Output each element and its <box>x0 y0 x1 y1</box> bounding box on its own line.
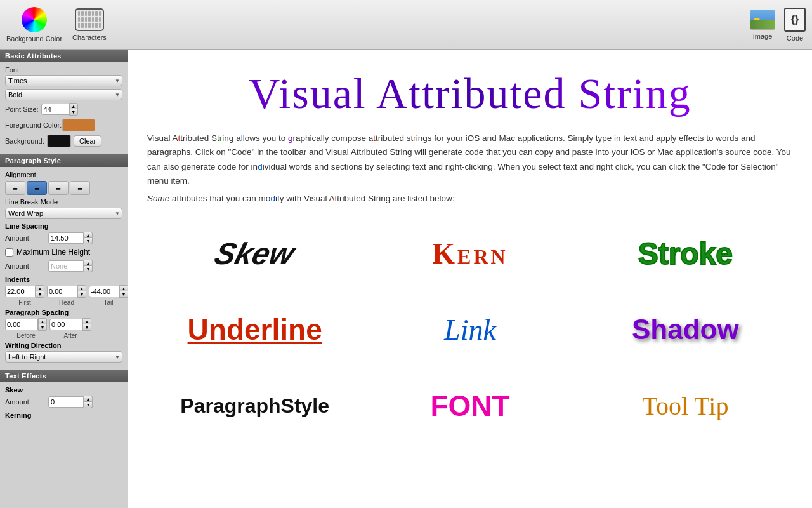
underline-demo: Underline <box>188 312 322 347</box>
line-spacing-input[interactable] <box>48 232 84 244</box>
align-left-button[interactable]: ≡ <box>5 181 25 195</box>
indents-label: Indents <box>5 276 122 283</box>
description-p2: Some attributes that you can modify with… <box>147 192 793 206</box>
indent-head-up[interactable]: ▲ <box>77 285 86 291</box>
max-line-height-checkbox[interactable] <box>5 248 13 257</box>
image-tool[interactable]: Image <box>750 10 775 40</box>
point-size-row: Point Size: 44 ▲ ▼ <box>5 103 122 116</box>
skew-label: Skew <box>5 386 122 394</box>
feature-grid: Skew Kern Stroke Underline Link Shadow P… <box>147 218 793 441</box>
line-break-wrapper[interactable]: Word Wrap ▼ <box>5 208 122 219</box>
indent-head-label: Head <box>59 299 74 306</box>
point-size-label: Point Size: <box>5 105 39 113</box>
writing-direction-label: Writing Direction <box>5 342 122 349</box>
indent-tail-up[interactable]: ▲ <box>119 285 128 291</box>
line-break-select[interactable]: Word Wrap <box>5 208 122 219</box>
clear-button[interactable]: Clear <box>74 135 102 147</box>
indent-tail-btns: ▲ ▼ <box>119 285 128 298</box>
background-row: Background: Clear <box>5 135 122 147</box>
main-title: Visual Attributed String <box>249 69 691 117</box>
max-amount-input[interactable] <box>48 260 84 272</box>
foreground-color-row: Foreground Color: <box>5 119 122 131</box>
sidebar: Basic Attributes Font: Times ▼ Bold ▼ <box>0 50 128 508</box>
line-spacing-stepper[interactable]: ▲ ▼ <box>48 232 93 244</box>
indent-tail-field: ▲ ▼ Tail <box>89 285 128 306</box>
font-style-select[interactable]: Bold <box>5 89 122 100</box>
toolbar: Background Color Characters Image {} Cod… <box>0 0 812 50</box>
characters-tool[interactable]: Characters <box>72 8 107 41</box>
indents-row: ▲ ▼ First ▲ ▼ Head <box>5 285 122 306</box>
code-tool[interactable]: {} Code <box>784 8 806 42</box>
description-p1: Visual Attributed String allows you to g… <box>147 131 793 188</box>
title-area: Visual Attributed String <box>147 69 793 119</box>
color-wheel-icon <box>22 7 47 32</box>
indent-first-up[interactable]: ▲ <box>36 285 44 291</box>
indent-head-input[interactable] <box>47 286 77 297</box>
feature-kern: Kern <box>362 218 577 288</box>
background-color-tool[interactable]: Background Color <box>6 7 62 43</box>
indent-tail-wrap: ▲ ▼ <box>89 285 128 298</box>
skew-up[interactable]: ▲ <box>84 396 93 402</box>
paragraph-style-section: Alignment ≡ ≡ ≡ ≡ Line Break Mode Word W… <box>0 167 128 370</box>
para-spacing-label: Paragraph Spacing <box>5 309 122 316</box>
max-amount-up[interactable]: ▲ <box>84 260 93 266</box>
font-family-wrapper[interactable]: Times ▼ <box>5 75 122 86</box>
feature-link: Link <box>362 295 577 364</box>
align-right-button[interactable]: ≡ <box>48 181 69 195</box>
shadow-demo: Shadow <box>632 314 739 345</box>
writing-direction-wrapper[interactable]: Left to Right ▼ <box>5 351 122 363</box>
max-line-height-row: Maximum Line Height <box>5 248 122 257</box>
line-spacing-up[interactable]: ▲ <box>84 232 93 238</box>
indent-head-wrap: ▲ ▼ <box>47 285 86 298</box>
para-before-down[interactable]: ▼ <box>38 324 47 331</box>
para-before-input[interactable] <box>5 319 38 330</box>
indent-first-wrap: ▲ ▼ <box>5 285 44 298</box>
point-size-stepper[interactable]: 44 ▲ ▼ <box>41 103 78 116</box>
point-size-down[interactable]: ▼ <box>69 109 78 116</box>
max-amount-down[interactable]: ▼ <box>84 266 93 272</box>
font-style-wrapper[interactable]: Bold ▼ <box>5 89 122 100</box>
indent-head-down[interactable]: ▼ <box>77 291 86 298</box>
indent-first-down[interactable]: ▼ <box>36 291 44 298</box>
indent-tail-input[interactable] <box>89 286 119 297</box>
skew-input[interactable] <box>48 396 84 408</box>
skew-stepper[interactable]: ▲ ▼ <box>48 396 93 408</box>
tooltip-demo: Tool Tip <box>642 391 728 421</box>
para-after-down[interactable]: ▼ <box>82 324 91 331</box>
align-center-button[interactable]: ≡ <box>27 181 47 195</box>
main-area: Basic Attributes Font: Times ▼ Bold ▼ <box>0 50 812 508</box>
image-icon <box>750 10 775 30</box>
max-amount-row: Amount: ▲ ▼ <box>5 260 122 272</box>
point-size-input[interactable]: 44 <box>41 104 69 115</box>
line-spacing-down[interactable]: ▼ <box>84 238 93 244</box>
indent-first-field: ▲ ▼ First <box>5 285 44 306</box>
skew-down[interactable]: ▼ <box>84 402 93 408</box>
feature-underline: Underline <box>147 295 362 364</box>
foreground-color-label: Foreground Color: <box>5 121 62 129</box>
background-swatch[interactable] <box>47 135 71 147</box>
indent-first-input[interactable] <box>5 286 36 297</box>
feature-skew: Skew <box>147 218 362 288</box>
foreground-color-swatch[interactable] <box>62 119 95 131</box>
feature-tooltip: Tool Tip <box>578 371 793 441</box>
para-after-field: ▲ ▼ After <box>49 318 91 339</box>
toolbar-right: Image {} Code <box>741 8 806 42</box>
alignment-buttons: ≡ ≡ ≡ ≡ <box>5 181 122 195</box>
max-amount-stepper[interactable]: ▲ ▼ <box>48 260 93 272</box>
line-spacing-amount-label: Amount: <box>5 234 43 242</box>
feature-stroke: Stroke <box>578 218 793 288</box>
writing-direction-select[interactable]: Left to Right <box>5 351 122 363</box>
para-after-input[interactable] <box>49 319 82 330</box>
indent-first-btns: ▲ ▼ <box>36 285 44 298</box>
font-family-select[interactable]: Times <box>5 75 122 86</box>
point-size-up[interactable]: ▲ <box>69 103 78 109</box>
skew-amount-label: Amount: <box>5 398 43 406</box>
para-before-btns: ▲ ▼ <box>38 318 47 331</box>
para-before-up[interactable]: ▲ <box>38 318 47 324</box>
indent-tail-down[interactable]: ▼ <box>119 291 128 298</box>
para-before-wrap: ▲ ▼ <box>5 318 47 331</box>
align-justify-button[interactable]: ≡ <box>70 181 90 195</box>
kern-demo: Kern <box>432 237 508 271</box>
indent-first-label: First <box>18 299 30 306</box>
para-after-up[interactable]: ▲ <box>82 318 91 324</box>
